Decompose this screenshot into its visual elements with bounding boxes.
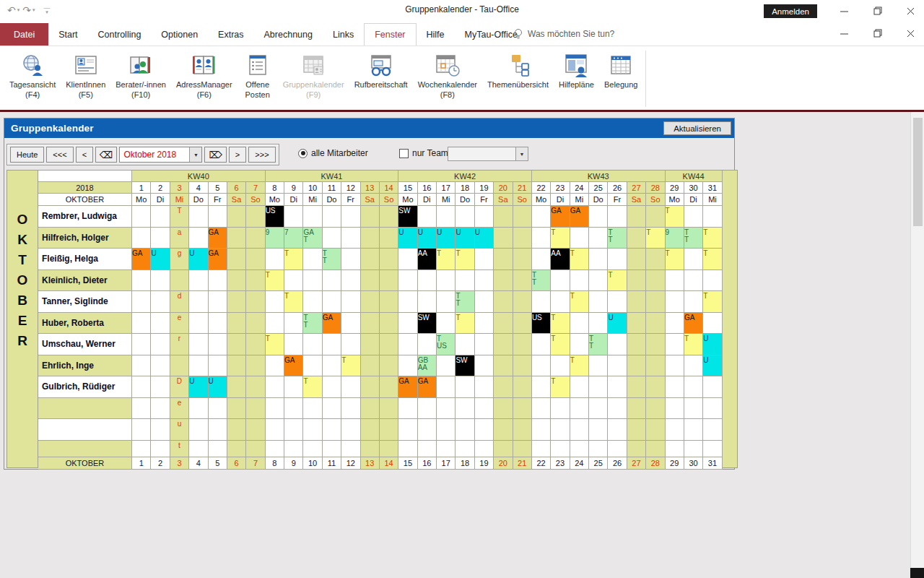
day-cell[interactable] [437, 270, 456, 292]
ribbon-button-themenuebersicht[interactable]: Themenübersicht [482, 49, 554, 90]
holiday-letter-cell[interactable] [170, 270, 189, 292]
day-cell[interactable] [266, 249, 284, 270]
calendar-entry[interactable]: TUS [437, 334, 456, 355]
day-cell[interactable] [532, 291, 551, 313]
day-cell[interactable] [227, 355, 246, 377]
calendar-entry[interactable]: US [532, 313, 551, 335]
day-cell[interactable] [494, 313, 513, 335]
day-cell[interactable] [608, 398, 627, 420]
calendar-entry[interactable]: U [189, 376, 208, 398]
calendar-entry[interactable]: T [266, 334, 284, 355]
day-cell[interactable] [284, 270, 303, 292]
day-cell[interactable] [227, 313, 246, 335]
calendar-entry[interactable]: U [151, 249, 170, 270]
day-cell[interactable] [475, 355, 494, 377]
day-cell[interactable] [684, 441, 703, 457]
day-cell[interactable] [227, 398, 246, 420]
day-cell[interactable] [380, 334, 398, 355]
day-cell[interactable] [684, 291, 703, 313]
day-cell[interactable] [666, 441, 684, 457]
undo-icon[interactable]: ↶ [7, 3, 16, 17]
calendar-entry[interactable]: T [551, 313, 570, 335]
calendar-entry[interactable]: GA [684, 313, 703, 335]
ribbon-button-belegung[interactable]: Belegung [599, 49, 643, 90]
day-cell[interactable] [151, 206, 170, 228]
day-cell[interactable] [398, 334, 417, 355]
day-cell[interactable] [608, 291, 627, 313]
day-cell[interactable] [437, 206, 456, 228]
day-cell[interactable] [284, 419, 303, 441]
team-combobox[interactable]: ▼ [448, 147, 528, 161]
day-cell[interactable] [456, 206, 474, 228]
day-cell[interactable] [189, 313, 208, 335]
day-cell[interactable] [646, 313, 665, 335]
day-cell[interactable] [684, 398, 703, 420]
day-cell[interactable] [437, 291, 456, 313]
day-cell[interactable] [513, 249, 532, 270]
calendar-entry[interactable]: T [341, 355, 360, 377]
day-cell[interactable] [456, 334, 474, 355]
day-cell[interactable] [608, 441, 627, 457]
day-cell[interactable] [303, 355, 322, 377]
day-cell[interactable] [380, 313, 398, 335]
day-cell[interactable] [323, 270, 341, 292]
calendar-entry[interactable]: U [189, 249, 208, 270]
day-cell[interactable] [380, 419, 398, 441]
calendar-entry[interactable]: T [570, 249, 589, 270]
day-cell[interactable] [608, 419, 627, 441]
day-cell[interactable] [646, 334, 665, 355]
day-cell[interactable] [646, 376, 665, 398]
day-cell[interactable] [532, 228, 551, 249]
close-icon[interactable] [906, 29, 915, 38]
day-cell[interactable] [475, 313, 494, 335]
day-cell[interactable] [666, 419, 684, 441]
day-cell[interactable] [703, 376, 722, 398]
day-cell[interactable] [189, 441, 208, 457]
day-cell[interactable] [151, 313, 170, 335]
day-cell[interactable] [323, 228, 341, 249]
day-cell[interactable] [551, 441, 570, 457]
day-cell[interactable] [494, 398, 513, 420]
ribbon-button-tagesansicht[interactable]: Tagesansicht (F4) [4, 49, 61, 100]
day-cell[interactable] [189, 334, 208, 355]
holiday-letter-cell[interactable]: g [170, 249, 189, 270]
day-cell[interactable] [227, 291, 246, 313]
employee-name[interactable] [38, 419, 132, 441]
day-cell[interactable] [456, 376, 474, 398]
day-cell[interactable] [361, 334, 380, 355]
ribbon-button-berater[interactable]: Berater/-innen (F10) [110, 49, 171, 100]
day-cell[interactable] [361, 270, 380, 292]
day-cell[interactable] [589, 441, 608, 457]
day-cell[interactable] [646, 441, 665, 457]
day-cell[interactable] [475, 270, 494, 292]
day-cell[interactable] [666, 334, 684, 355]
calendar-entry[interactable]: T [646, 228, 665, 249]
day-cell[interactable] [266, 313, 284, 335]
calendar-entry[interactable]: T [284, 249, 303, 270]
day-cell[interactable] [494, 206, 513, 228]
day-cell[interactable] [227, 206, 246, 228]
day-cell[interactable] [227, 419, 246, 441]
day-cell[interactable] [475, 376, 494, 398]
day-cell[interactable] [418, 398, 437, 420]
day-cell[interactable] [551, 419, 570, 441]
day-cell[interactable] [684, 249, 703, 270]
calendar-entry[interactable]: AA [551, 249, 570, 270]
ribbon-button-wochenkalender[interactable]: Wochenkalender (F8) [413, 49, 482, 100]
day-cell[interactable] [475, 419, 494, 441]
day-cell[interactable] [132, 376, 151, 398]
fast-back-button[interactable]: <<< [46, 147, 73, 163]
day-cell[interactable] [513, 313, 532, 335]
day-cell[interactable] [284, 376, 303, 398]
calendar-entry[interactable]: GA [418, 376, 437, 398]
day-cell[interactable] [246, 398, 265, 420]
day-cell[interactable] [284, 398, 303, 420]
day-cell[interactable] [341, 228, 360, 249]
day-cell[interactable] [646, 398, 665, 420]
day-cell[interactable] [189, 419, 208, 441]
day-cell[interactable] [570, 398, 589, 420]
day-cell[interactable] [684, 206, 703, 228]
calendar-entry[interactable]: U [456, 228, 474, 249]
day-cell[interactable] [132, 291, 151, 313]
day-cell[interactable] [570, 270, 589, 292]
